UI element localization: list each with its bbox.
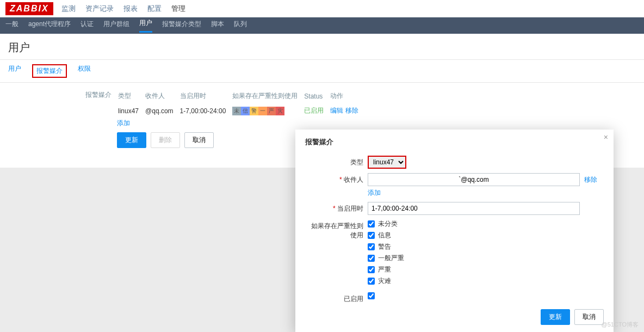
modal-severity-label: 如果存在严重性则使用 [305,219,368,240]
severity-checkbox[interactable] [368,278,375,285]
submenu-general[interactable]: 一般 [5,20,18,32]
remove-link[interactable]: 移除 [345,107,358,114]
th-when: 当启用时 [180,89,232,103]
table-header-row: 类型 收件人 当启用时 如果存在严重性则使用 Status 动作 [118,89,364,103]
severity-checkbox-label: 信息 [378,231,391,240]
tab-user[interactable]: 用户 [8,64,21,78]
cell-when: 1-7,00:00-24:00 [180,104,232,118]
modal-when-label: 当启用时 [305,202,368,213]
severity-checkbox-row: 信息 [368,231,604,240]
severity-checkbox[interactable] [368,255,375,262]
delete-button: 删除 [151,132,180,148]
th-action: 动作 [330,89,363,103]
media-table: 类型 收件人 当启用时 如果存在严重性则使用 Status 动作 linux47… [117,88,365,119]
severity-checkbox-label: 灾难 [378,276,391,286]
tabs-container: 用户 报警媒介 权限 [0,60,644,83]
submenu-usergroups[interactable]: 用户群组 [103,20,129,32]
top-bar: ZABBIX 监测 资产记录 报表 配置 管理 [0,0,644,17]
severity-block: 警 [250,107,258,115]
add-media-link[interactable]: 添加 [117,119,130,127]
logo: ZABBIX [5,2,53,15]
media-section-label: 报警媒介 [8,88,117,100]
close-icon[interactable]: × [604,133,608,142]
severity-block: 信 [241,107,250,115]
media-modal: × 报警媒介 类型 linux47 收件人 移除 添加 当启用时 如果存在严重性… [295,130,614,332]
submenu-mediatypes[interactable]: 报警媒介类型 [162,20,201,32]
severity-checkbox[interactable] [368,220,375,228]
th-type: 类型 [118,89,144,103]
sub-menu: 一般 agent代理程序 认证 用户群组 用户 报警媒介类型 脚本 队列 [0,17,644,34]
cell-type: linux47 [118,104,144,118]
severity-checkbox-label: 严重 [378,265,391,274]
severity-block: 灾 [276,107,284,115]
tab-media[interactable]: 报警媒介 [32,64,67,78]
submenu-queue[interactable]: 队列 [234,20,247,32]
submenu-proxies[interactable]: agent代理程序 [28,20,71,32]
cell-actions: 编辑 移除 [330,104,363,118]
modal-cancel-button[interactable]: 取消 [574,309,604,325]
cell-status: 已启用 [304,104,329,118]
th-status: Status [304,89,329,103]
severity-checkbox[interactable] [368,232,375,239]
edit-link[interactable]: 编辑 [330,107,343,114]
modal-update-button[interactable]: 更新 [541,309,570,325]
severity-checkbox-row: 严重 [368,265,604,274]
table-row: linux47 @qq.com 1-7,00:00-24:00 未信警一严灾 已… [118,104,364,118]
watermark: @51CTO博客 [602,321,639,329]
th-severity: 如果存在严重性则使用 [232,89,303,103]
modal-enabled-label: 已启用 [305,292,368,304]
submenu-auth[interactable]: 认证 [81,20,94,32]
top-menu: 监测 资产记录 报表 配置 管理 [61,4,185,14]
enabled-checkbox[interactable] [368,292,375,299]
severity-checkbox[interactable] [368,266,375,273]
severity-block: 一 [258,107,267,115]
severity-checkbox-row: 警告 [368,242,604,251]
topmenu-reports[interactable]: 报表 [123,4,138,14]
severity-checkbox-row: 灾难 [368,276,604,286]
tab-permissions[interactable]: 权限 [78,64,91,78]
update-button[interactable]: 更新 [117,132,146,148]
severity-checkbox-label: 未分类 [378,219,398,229]
modal-title: 报警媒介 [305,137,604,147]
modal-remove-link[interactable]: 移除 [584,175,597,185]
severity-block: 未 [232,107,241,115]
severity-block: 严 [267,107,276,115]
when-input[interactable] [368,202,580,215]
cell-severity: 未信警一严灾 [232,104,303,118]
page-header: 用户 [0,34,644,60]
topmenu-inventory[interactable]: 资产记录 [85,4,114,14]
th-recipient: 收件人 [145,89,179,103]
topmenu-monitoring[interactable]: 监测 [61,4,76,14]
cancel-button[interactable]: 取消 [184,132,214,148]
recipient-input[interactable] [368,173,580,186]
modal-recipient-label: 收件人 [305,173,368,185]
severity-checkbox-row: 未分类 [368,219,604,229]
cell-recipient: @qq.com [145,104,179,118]
modal-type-label: 类型 [305,156,368,167]
page-title: 用户 [8,40,636,55]
severity-checkbox-label: 警告 [378,242,391,251]
submenu-scripts[interactable]: 脚本 [211,20,224,32]
type-select[interactable]: linux47 [368,156,406,169]
topmenu-admin[interactable]: 管理 [171,4,185,14]
status-enabled: 已启用 [304,107,324,114]
severity-checkbox-row: 一般严重 [368,254,604,263]
topmenu-config[interactable]: 配置 [147,4,162,14]
submenu-users[interactable]: 用户 [139,19,152,33]
modal-add-link[interactable]: 添加 [368,188,381,198]
severity-checkbox[interactable] [368,243,375,250]
severity-checkbox-label: 一般严重 [378,254,404,263]
